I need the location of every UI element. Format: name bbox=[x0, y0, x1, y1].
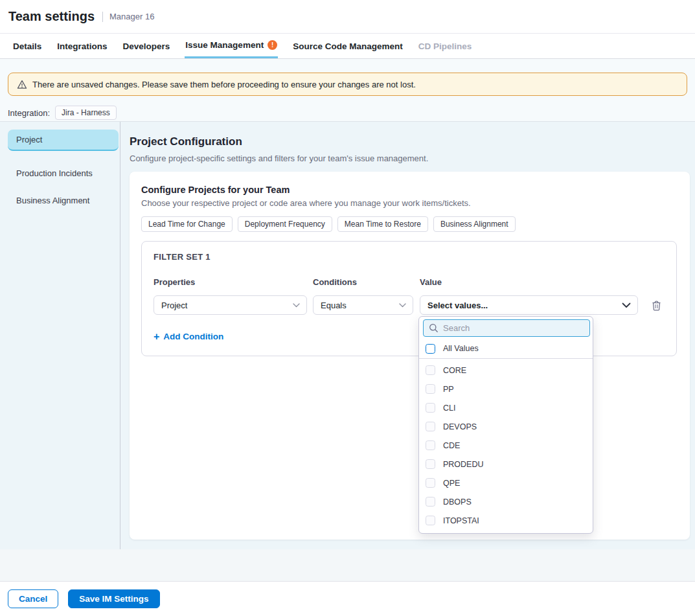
option-devops[interactable]: DEVOPS bbox=[419, 417, 593, 436]
chevron-down-icon bbox=[622, 302, 631, 308]
option-label: CLI bbox=[443, 404, 455, 413]
search-icon bbox=[429, 323, 439, 336]
tab-source-code-management[interactable]: Source Code Management bbox=[292, 34, 404, 58]
settings-sidebar: Project Production Incidents Business Al… bbox=[0, 122, 120, 549]
trash-icon bbox=[652, 300, 661, 311]
metric-chip-business-alignment: Business Alignment bbox=[433, 216, 516, 232]
condition-select-value: Equals bbox=[321, 301, 347, 310]
tab-bar: Details Integrations Developers Issue Ma… bbox=[0, 34, 695, 59]
tab-label: Developers bbox=[123, 41, 170, 51]
card-subtitle: Choose your respective project or code a… bbox=[141, 198, 677, 208]
integration-row: Integration: Jira - Harness bbox=[8, 106, 117, 120]
sidebar-item-label: Production Incidents bbox=[16, 168, 93, 178]
option-label: DBOPS bbox=[443, 497, 472, 507]
value-column-label: Value bbox=[420, 277, 638, 287]
checkbox[interactable] bbox=[426, 365, 435, 375]
option-prodedu[interactable]: PRODEDU bbox=[419, 455, 593, 473]
delete-filter-button[interactable] bbox=[650, 299, 663, 312]
property-select[interactable]: Project bbox=[154, 295, 307, 315]
property-select-value: Project bbox=[161, 301, 187, 310]
configure-projects-card: Configure Projects for your Team Choose … bbox=[130, 172, 690, 540]
option-dbops[interactable]: DBOPS bbox=[419, 492, 593, 511]
option-label: QPE bbox=[443, 479, 460, 488]
unsaved-alert-badge-icon: ! bbox=[268, 40, 277, 50]
section-subtitle: Configure project-specific settings and … bbox=[130, 154, 428, 163]
page-subtitle: Manager 16 bbox=[109, 12, 154, 21]
sidebar-item-project[interactable]: Project bbox=[8, 130, 119, 151]
tab-developers[interactable]: Developers bbox=[122, 34, 171, 58]
cancel-button[interactable]: Cancel bbox=[8, 589, 58, 608]
option-pipe[interactable]: PIPE bbox=[419, 530, 593, 534]
value-dropdown-panel: All Values CORE PP CLI DEVOPS CDE PRODED… bbox=[418, 316, 593, 534]
checkbox[interactable] bbox=[426, 440, 435, 450]
value-multiselect[interactable]: Select values... bbox=[420, 295, 638, 315]
option-cde[interactable]: CDE bbox=[419, 436, 593, 455]
tab-label: Source Code Management bbox=[293, 41, 403, 51]
footer-actions: Cancel Save IM Settings bbox=[0, 581, 695, 616]
value-select-placeholder: Select values... bbox=[427, 301, 488, 310]
add-condition-button[interactable]: + Add Condition bbox=[154, 332, 223, 341]
integration-label: Integration: bbox=[8, 108, 50, 118]
option-all-values[interactable]: All Values bbox=[419, 339, 593, 359]
section-title: Project Configuration bbox=[130, 135, 242, 148]
content-upper-strip: There are unsaved changes. Please save t… bbox=[0, 59, 695, 122]
tab-integrations[interactable]: Integrations bbox=[56, 34, 108, 58]
team-settings-page: Team settings Manager 16 Details Integra… bbox=[0, 0, 695, 616]
banner-text: There are unsaved changes. Please save t… bbox=[32, 80, 416, 89]
checkbox[interactable] bbox=[426, 403, 435, 413]
page-header: Team settings Manager 16 bbox=[0, 0, 695, 34]
checkbox[interactable] bbox=[426, 459, 435, 469]
card-title: Configure Projects for your Team bbox=[141, 185, 677, 195]
metric-chips-row: Lead Time for Change Deployment Frequenc… bbox=[141, 216, 677, 232]
title-separator bbox=[102, 12, 103, 22]
chevron-down-icon bbox=[399, 303, 406, 308]
option-label: CORE bbox=[443, 366, 466, 375]
option-cli[interactable]: CLI bbox=[419, 398, 593, 417]
dropdown-search-wrap bbox=[419, 317, 593, 339]
option-label: PP bbox=[443, 385, 454, 394]
metric-chip-lead-time: Lead Time for Change bbox=[141, 216, 233, 232]
sidebar-item-production-incidents[interactable]: Production Incidents bbox=[0, 168, 120, 178]
checkbox[interactable] bbox=[426, 516, 435, 525]
option-label: CDE bbox=[443, 441, 460, 450]
page-title: Team settings bbox=[8, 9, 95, 24]
checkbox[interactable] bbox=[426, 478, 435, 488]
dropdown-search-input[interactable] bbox=[423, 319, 590, 337]
checkbox[interactable] bbox=[426, 384, 435, 394]
chevron-down-icon bbox=[293, 303, 300, 308]
properties-column-label: Properties bbox=[154, 277, 307, 287]
option-pp[interactable]: PP bbox=[419, 380, 593, 398]
option-itopstai[interactable]: ITOPSTAI bbox=[419, 511, 593, 530]
option-core[interactable]: CORE bbox=[419, 361, 593, 380]
tab-label: CD Pipelines bbox=[418, 41, 472, 51]
filter-column-labels: Properties Conditions Value bbox=[154, 277, 665, 287]
integration-chip: Jira - Harness bbox=[55, 106, 117, 120]
metric-chip-deployment-frequency: Deployment Frequency bbox=[238, 216, 332, 232]
filter-row: Project Equals Select values... bbox=[154, 295, 665, 315]
condition-select[interactable]: Equals bbox=[313, 295, 413, 315]
option-label: All Values bbox=[443, 344, 479, 353]
unsaved-changes-banner: There are unsaved changes. Please save t… bbox=[8, 73, 687, 96]
tab-cd-pipelines: CD Pipelines bbox=[418, 34, 473, 58]
tab-label: Integrations bbox=[57, 41, 107, 51]
sidebar-item-label: Project bbox=[16, 135, 42, 144]
tab-label: Details bbox=[13, 41, 41, 51]
sidebar-item-label: Business Alignment bbox=[16, 196, 89, 205]
filter-set-title: FILTER SET 1 bbox=[154, 252, 665, 262]
add-condition-label: Add Condition bbox=[163, 332, 223, 341]
option-label: DEVOPS bbox=[443, 422, 477, 431]
sidebar-item-business-alignment[interactable]: Business Alignment bbox=[0, 196, 120, 205]
filter-set-1: FILTER SET 1 Properties Conditions Value… bbox=[141, 241, 677, 356]
option-qpe[interactable]: QPE bbox=[419, 473, 593, 492]
warning-icon bbox=[17, 80, 27, 89]
tab-label: Issue Management bbox=[185, 40, 264, 50]
checkbox[interactable] bbox=[426, 497, 435, 507]
tab-details[interactable]: Details bbox=[12, 34, 42, 58]
checkbox[interactable] bbox=[426, 422, 435, 431]
metric-chip-mean-time-to-restore: Mean Time to Restore bbox=[337, 216, 428, 232]
plus-icon: + bbox=[154, 332, 159, 341]
tab-issue-management[interactable]: Issue Management ! bbox=[185, 34, 278, 58]
save-im-settings-button[interactable]: Save IM Settings bbox=[68, 589, 159, 608]
option-label: ITOPSTAI bbox=[443, 516, 479, 525]
checkbox-all-values[interactable] bbox=[426, 344, 435, 354]
